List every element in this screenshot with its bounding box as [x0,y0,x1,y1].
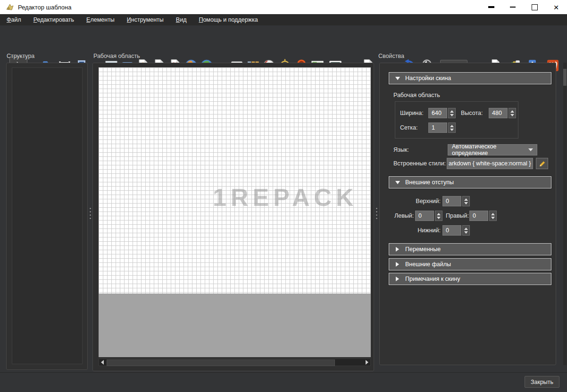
minimize-button[interactable] [502,0,524,14]
inline-styles-field[interactable]: arkdown { white-space:normal } [447,158,533,169]
margin-right-value[interactable]: 0 [469,211,488,221]
margin-bottom-value[interactable]: 0 [442,225,461,236]
pin-button[interactable] [480,0,502,14]
section-label: Примечания к скину [405,276,460,282]
collapse-arrow-icon [395,181,400,184]
inline-styles-value: arkdown { white-space:normal } [449,160,531,167]
left-splitter-handle[interactable] [89,207,92,220]
expand-arrow-icon [396,262,399,267]
menu-file[interactable]: Файл [7,16,21,23]
margin-right-label: Правый: [446,212,469,219]
width-label: Ширина: [400,110,424,116]
toolbar: SVG Lottie PDF {;} 100% [0,25,567,53]
skin-settings-section-header[interactable]: Настройки скина [389,72,551,84]
properties-panel: Настройки скина Рабочая область Ширина: … [379,63,556,365]
section-label: Внешние файлы [405,261,451,268]
close-window-button[interactable]: × [545,0,567,14]
margin-top-spin-buttons[interactable] [462,196,470,206]
right-splitter-handle[interactable] [375,207,378,220]
scroll-left-button[interactable] [99,359,106,366]
menu-elements[interactable]: Елементы [86,16,115,23]
margin-left-value[interactable]: 0 [415,211,434,221]
edit-styles-button[interactable] [536,158,548,169]
menu-help[interactable]: Помощь и поддержка [199,16,258,23]
section-label: Переменные [405,246,441,253]
margin-bottom-spinner[interactable]: 0 [442,225,470,236]
inline-styles-label: Встроенные стили: [393,160,446,167]
grid-value[interactable]: 1 [428,122,447,133]
margin-left-label: Левый: [394,212,414,219]
structure-panel [6,63,88,370]
close-button[interactable]: Закрыть [525,376,559,388]
language-value: Автоматическое определение [452,143,524,156]
language-dropdown[interactable]: Автоматическое определение [448,144,537,155]
external-files-section-header[interactable]: Внешние файлы [389,258,551,270]
section-label: Внешние отступы [405,179,454,186]
expand-arrow-icon [396,247,399,252]
height-value[interactable]: 480 [489,108,508,118]
structure-panel-title: Структура [7,53,34,59]
margin-left-spin-buttons[interactable] [435,211,442,221]
menu-edit[interactable]: Редактировать [33,16,74,23]
window-title: Редактор шаблона [18,4,480,11]
grid-spinner[interactable]: 1 [428,122,456,133]
width-spinner[interactable]: 640 [428,108,456,118]
margin-top-label: Верхний: [399,198,441,204]
menu-tools[interactable]: Инструменты [127,16,164,23]
watermark-text: 1REPACK [213,183,358,212]
menu-view[interactable]: Вид [176,16,187,23]
canvas-grid[interactable]: 1REPACK [99,67,371,294]
workspace-group-label: Рабочая область [393,92,440,98]
skin-notes-section-header[interactable]: Примечания к скину [389,273,551,285]
structure-tree[interactable] [12,67,83,364]
margin-right-spin-buttons[interactable] [489,211,497,221]
workspace-size-groupbox: Ширина: 640 Высота: 480 Сетка: 1 [395,101,518,139]
horizontal-scrollbar-thumb[interactable] [107,359,335,366]
width-value[interactable]: 640 [428,108,447,118]
properties-vertical-scrollbar[interactable] [563,63,567,365]
expand-arrow-icon [396,277,399,281]
workspace-canvas-panel: 1REPACK [92,63,374,371]
height-spin-buttons[interactable] [509,108,516,118]
grid-label: Сетка: [400,124,417,131]
scroll-right-button[interactable] [364,359,370,366]
grid-spin-buttons[interactable] [448,122,456,133]
app-icon [6,3,14,11]
maximize-button[interactable] [524,0,545,14]
margin-bottom-spin-buttons[interactable] [462,225,470,236]
height-spinner[interactable]: 480 [489,108,516,118]
width-spin-buttons[interactable] [448,108,456,118]
margins-section-header[interactable]: Внешние отступы [389,176,551,188]
properties-panel-title: Свойства [378,53,404,59]
margin-right-spinner[interactable]: 0 [469,211,497,221]
height-label: Высота: [461,110,483,116]
canvas-overflow-area[interactable] [99,294,371,357]
collapse-arrow-icon [395,77,400,80]
pencil-icon [538,160,546,168]
titlebar: Редактор шаблона × [0,0,567,14]
margin-bottom-label: Нижний: [399,227,441,234]
menubar: Файл Редактировать Елементы Инструменты … [0,14,567,25]
section-label: Настройки скина [405,75,451,82]
margin-top-value[interactable]: 0 [442,196,461,206]
footer-bar: Закрыть [0,372,567,392]
variables-section-header[interactable]: Переменные [389,243,551,255]
margin-left-spinner[interactable]: 0 [415,211,442,221]
horizontal-scrollbar[interactable] [99,359,371,366]
vertical-scrollbar-thumb[interactable] [563,69,567,86]
chevron-down-icon [528,148,533,151]
language-label: Язык: [393,147,409,153]
margin-top-spinner[interactable]: 0 [442,196,470,206]
workspace-panel-title: Рабочая область [93,53,140,59]
